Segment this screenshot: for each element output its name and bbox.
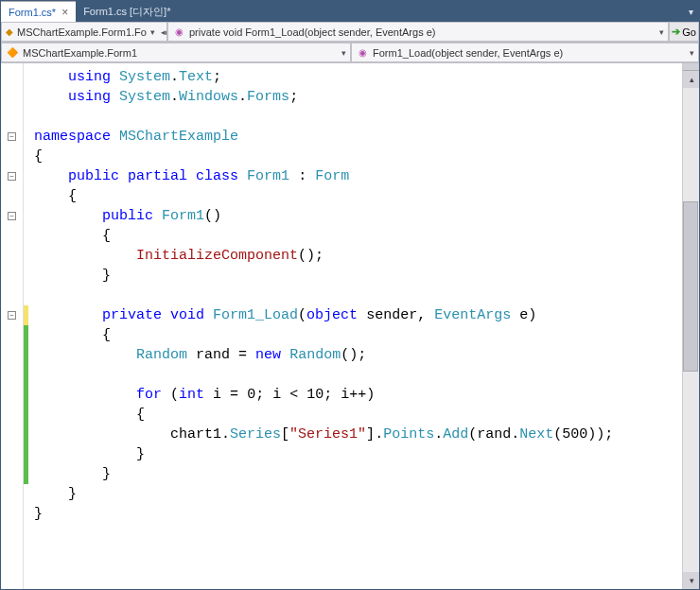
tab-label: Form1.cs*: [9, 7, 56, 18]
nav-history-icon[interactable]: ◂▸: [161, 27, 167, 37]
scroll-track[interactable]: [683, 88, 699, 572]
code-line[interactable]: public partial class Form1 : Form: [34, 166, 682, 186]
code-line[interactable]: {: [34, 405, 682, 425]
chevron-down-icon: ▾: [690, 48, 694, 58]
code-line[interactable]: {: [34, 325, 682, 345]
scroll-up-icon[interactable]: ▴: [683, 71, 700, 88]
tab-form1-cs[interactable]: Form1.cs* ×: [1, 1, 76, 22]
class-icon: 🔶: [6, 46, 19, 60]
code-line[interactable]: {: [34, 147, 682, 166]
split-handle[interactable]: [683, 63, 699, 71]
fold-toggle[interactable]: −: [8, 311, 16, 320]
close-icon[interactable]: ×: [61, 6, 68, 19]
member-dropdown-label: private void Form1_Load(object sender, E…: [189, 26, 435, 38]
go-arrow-icon: ➔: [672, 26, 680, 38]
code-line[interactable]: using System.Windows.Forms;: [34, 87, 682, 107]
code-line[interactable]: {: [34, 186, 682, 206]
go-button[interactable]: ➔ Go: [669, 22, 699, 42]
vertical-scrollbar[interactable]: ▴ ▾: [682, 63, 699, 589]
chevron-down-icon: ▾: [341, 48, 346, 58]
breadcrumb-class-label: MSChartExample.Form1: [23, 47, 137, 59]
code-line[interactable]: namespace MSChartExample: [34, 127, 682, 147]
code-line[interactable]: [34, 286, 682, 305]
breadcrumb-class[interactable]: 🔶 MSChartExample.Form1 ▾: [1, 43, 351, 62]
class-dropdown-label: MSChartExample.Form1.Fo: [17, 26, 147, 38]
code-line[interactable]: public Form1(): [34, 206, 682, 226]
fold-toggle[interactable]: −: [8, 172, 16, 181]
code-line[interactable]: {: [34, 226, 682, 246]
scroll-down-icon[interactable]: ▾: [683, 572, 700, 589]
code-line[interactable]: }: [34, 484, 682, 504]
tab-form1-design[interactable]: Form1.cs [디자인]*: [76, 1, 178, 22]
tab-label: Form1.cs [디자인]*: [83, 5, 170, 19]
breadcrumb-bar: 🔶 MSChartExample.Form1 ▾ ◉ Form1_Load(ob…: [1, 43, 699, 63]
code-line[interactable]: private void Form1_Load(object sender, E…: [34, 305, 682, 325]
fold-toggle[interactable]: −: [8, 212, 16, 220]
code-line[interactable]: }: [34, 504, 682, 524]
class-icon: ◆: [6, 26, 13, 39]
method-icon: ◉: [356, 46, 369, 60]
code-line[interactable]: [34, 365, 682, 385]
tab-overflow-icon[interactable]: ▾: [683, 1, 699, 22]
code-line[interactable]: InitializeComponent();: [34, 246, 682, 266]
code-line[interactable]: chart1.Series["Series1"].Points.Add(rand…: [34, 425, 682, 444]
class-dropdown[interactable]: ◆ MSChartExample.Form1.Fo ▾ ◂▸: [1, 22, 167, 42]
code-line[interactable]: }: [34, 266, 682, 286]
breadcrumb-member-label: Form1_Load(object sender, EventArgs e): [373, 47, 563, 59]
code-line[interactable]: }: [34, 464, 682, 484]
code-line[interactable]: [34, 107, 682, 127]
breadcrumb-member[interactable]: ◉ Form1_Load(object sender, EventArgs e)…: [351, 43, 699, 62]
code-line[interactable]: for (int i = 0; i < 10; i++): [34, 385, 682, 405]
code-line[interactable]: Random rand = new Random();: [34, 345, 682, 365]
code-line[interactable]: using System.Text;: [34, 67, 682, 87]
chevron-down-icon: ▾: [150, 27, 155, 37]
method-icon: ◉: [172, 26, 185, 39]
member-dropdown[interactable]: ◉ private void Form1_Load(object sender,…: [167, 22, 669, 42]
code-area[interactable]: using System.Text; using System.Windows.…: [28, 63, 682, 589]
tab-bar: Form1.cs* × Form1.cs [디자인]* ▾: [1, 1, 699, 22]
scroll-thumb[interactable]: [683, 201, 698, 372]
chevron-down-icon: ▾: [659, 27, 664, 37]
fold-toggle[interactable]: −: [8, 132, 16, 141]
gutter: −−−−: [1, 63, 24, 589]
code-editor[interactable]: −−−− using System.Text; using System.Win…: [1, 63, 699, 589]
code-line[interactable]: }: [34, 444, 682, 464]
nav-row-dropdowns: ◆ MSChartExample.Form1.Fo ▾ ◂▸ ◉ private…: [1, 22, 699, 43]
